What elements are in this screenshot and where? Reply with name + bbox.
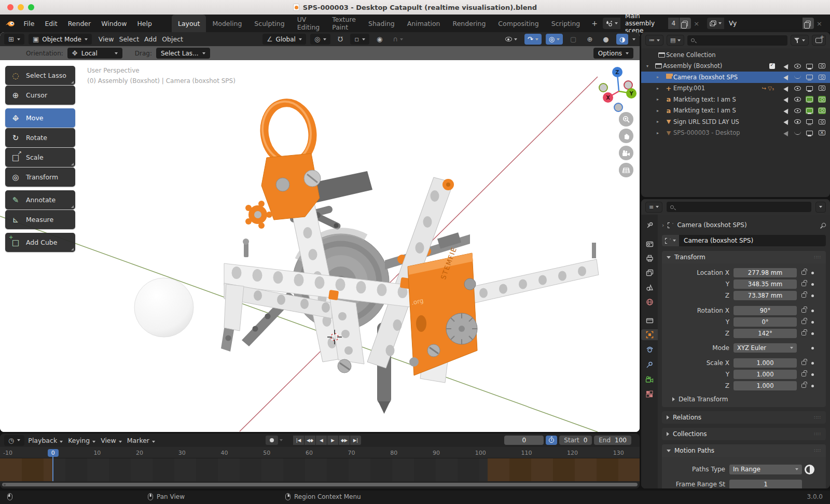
tab-collection[interactable] [641, 315, 658, 325]
frame-end-field[interactable]: End100 [594, 436, 631, 445]
move-view-button[interactable] [619, 129, 633, 143]
object-id-selector[interactable] [662, 235, 679, 246]
tab-view-layer[interactable] [641, 268, 658, 278]
disable-in-viewports-toggle[interactable] [806, 85, 813, 92]
frame-range-start-field[interactable]: 1 [729, 480, 802, 489]
outliner-row[interactable]: Scene Collection [641, 49, 830, 61]
expand-arrow[interactable]: ▸ [657, 97, 664, 102]
selectable-toggle[interactable] [783, 107, 790, 114]
number-field[interactable]: 142° [734, 329, 797, 338]
disable-in-viewports-toggle[interactable] [806, 74, 813, 80]
lock-icon[interactable] [801, 331, 806, 335]
properties-editor-type-button[interactable]: ≡ [645, 202, 662, 213]
workspace-tab[interactable]: Scripting [545, 15, 587, 32]
disable-in-renders-toggle[interactable] [818, 63, 826, 69]
jump-to-start-button[interactable]: |◀ [293, 436, 304, 445]
animate-dot[interactable] [811, 295, 814, 297]
gizmos-toggle[interactable]: ↷ [524, 34, 542, 45]
disable-in-viewports-toggle[interactable] [806, 107, 813, 114]
selectable-toggle[interactable] [783, 130, 790, 136]
tab-tool[interactable] [641, 220, 658, 231]
lock-icon[interactable] [801, 384, 806, 388]
menubar-item[interactable]: Edit [39, 18, 62, 30]
hide-in-viewport-toggle[interactable] [794, 131, 801, 135]
snap-toggle[interactable]: Ω [335, 34, 346, 45]
toggle-grid-button[interactable] [619, 163, 633, 177]
collapsed-panel-header[interactable]: Collections [662, 428, 826, 440]
options-dropdown[interactable]: Options [593, 48, 633, 59]
zoom-view-button[interactable] [619, 112, 633, 127]
lock-icon[interactable] [801, 361, 806, 365]
collapsed-panel-header[interactable]: Relations [662, 411, 826, 424]
workspace-tab[interactable]: Animation [401, 15, 447, 32]
paths-type-dropdown[interactable]: In Range [729, 465, 802, 474]
prev-keyframe-button[interactable]: ◀◆ [305, 436, 315, 445]
tab-output[interactable] [641, 253, 658, 263]
menubar-item[interactable]: Window [96, 18, 132, 30]
new-collection-button[interactable] [812, 35, 826, 46]
disable-in-viewports-toggle[interactable] [806, 130, 813, 136]
disable-in-renders-toggle[interactable] [818, 96, 826, 103]
lock-icon[interactable] [801, 293, 806, 298]
number-field[interactable]: 1.000 [734, 381, 797, 390]
menubar-item[interactable]: Help [132, 18, 157, 30]
frame-tick[interactable]: 10 [93, 450, 101, 456]
frame-tick[interactable]: 60 [306, 450, 313, 456]
half-moon-toggle[interactable] [805, 465, 814, 474]
hide-in-viewport-toggle[interactable] [794, 97, 801, 102]
disable-in-viewports-toggle[interactable] [806, 118, 813, 125]
blender-logo-icon[interactable] [5, 19, 16, 27]
animate-dot[interactable] [811, 385, 814, 387]
expand-arrow[interactable]: ▾ [646, 64, 654, 68]
menubar-item[interactable]: Render [63, 18, 96, 30]
tool-button[interactable]: Annotate [5, 190, 75, 209]
number-field[interactable]: 348.35 mm [734, 279, 797, 289]
tool-button[interactable]: Scale [5, 148, 75, 167]
collection-checkbox[interactable] [769, 63, 775, 69]
tab-scene[interactable] [641, 282, 658, 292]
motion-paths-panel-header[interactable]: Motion Paths [662, 444, 826, 457]
selectable-toggle[interactable] [783, 96, 790, 103]
tool-button[interactable]: Move [5, 108, 75, 128]
scene-selector[interactable]: Main assembly scene 4 × [603, 18, 702, 29]
tool-button[interactable]: Transform [5, 167, 75, 187]
maximize-window-button[interactable] [28, 4, 34, 10]
axis-gizmo[interactable]: Z X Y [590, 61, 640, 118]
view-layer-name-field[interactable]: Vy [724, 18, 802, 29]
viewport-menu[interactable]: Add [142, 35, 159, 43]
overlays-toggle[interactable]: ◎ [546, 34, 563, 45]
tool-button[interactable]: Add Cube [5, 233, 75, 252]
timeline-ruler[interactable]: -100102030405060708090100110120130 [0, 447, 640, 458]
use-preview-range-button[interactable] [546, 436, 557, 445]
number-field[interactable]: 1.000 [734, 370, 797, 379]
workspace-tab[interactable]: Shading [362, 15, 401, 32]
snap-target-selector[interactable]: ▫ [350, 34, 369, 45]
current-frame-field[interactable]: 0 [504, 436, 544, 445]
hide-in-viewport-toggle[interactable] [794, 75, 801, 79]
timeline-menu[interactable]: Marker [125, 437, 158, 444]
frame-tick[interactable]: 110 [521, 450, 532, 456]
selectable-toggle[interactable] [783, 74, 790, 80]
viewport-menu[interactable]: Object [159, 35, 186, 43]
selectable-toggle[interactable] [783, 85, 790, 92]
workspace-tab[interactable]: Compositing [492, 15, 545, 32]
number-field[interactable]: 90° [734, 306, 797, 315]
expand-arrow[interactable]: ▸ [657, 119, 664, 124]
timeline-scrollbar[interactable] [2, 483, 638, 486]
next-keyframe-button[interactable]: ◆▶ [339, 436, 350, 445]
outliner-row[interactable]: ▸ Markting text: I am S [641, 94, 830, 105]
new-scene-button[interactable] [680, 18, 691, 29]
auto-keying-button[interactable] [266, 436, 278, 445]
shading-solid-button[interactable]: ● [600, 34, 612, 45]
editor-type-button[interactable]: ⊞ [4, 34, 24, 45]
drag-handle-icon[interactable] [814, 415, 821, 420]
disable-in-viewports-toggle[interactable] [806, 63, 813, 69]
tab-world[interactable] [641, 297, 658, 307]
delta-transform-header[interactable]: Delta Transform [662, 391, 826, 403]
selectable-toggle[interactable] [783, 63, 790, 69]
mode-selector[interactable]: ▣Object Mode [29, 34, 92, 45]
frame-tick[interactable]: 100 [475, 450, 486, 456]
properties-options-button[interactable] [815, 202, 826, 213]
timeline-track[interactable] [0, 458, 640, 481]
window-controls[interactable] [7, 4, 34, 10]
